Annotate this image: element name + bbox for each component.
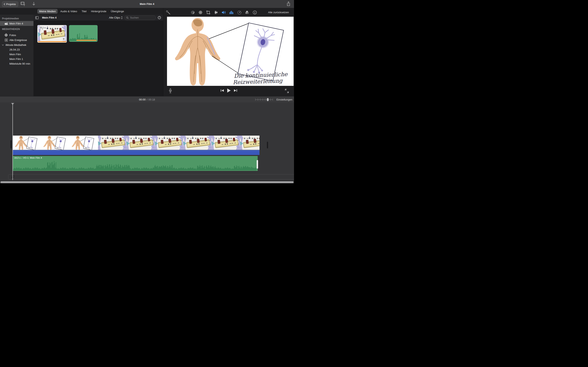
axon-frame-art: − ++ −− − + −− ++ ++: [98, 136, 126, 150]
preview-pane: Alle zurücksetzen: [163, 8, 294, 96]
timeline-zoom-slider[interactable]: [255, 98, 273, 101]
sidebar-item-label: Mein Film 4: [9, 22, 23, 25]
star-icon: [4, 39, 8, 42]
svg-text:+ −− ++ ++: + −− ++ ++: [158, 137, 175, 140]
chevron-down-icon[interactable]: [2, 44, 4, 46]
svg-text:+ −− ++ ++: + −− ++ ++: [102, 137, 119, 140]
svg-text:+ −− ++ ++: + −− ++ ++: [215, 137, 232, 140]
timeline-frame-axon: − ++ −− − + −− ++ ++: [155, 136, 183, 150]
clip-trim-handle-left[interactable]: [10, 140, 12, 149]
fullscreen-icon[interactable]: [285, 89, 289, 93]
tab-meine-medien[interactable]: Meine Medien: [37, 9, 58, 14]
imovie-window: Projekte ♪ Mein Film 4 Meine Medien Audi…: [0, 0, 294, 184]
sidebar-item-label: iMovie-Mediathek: [6, 43, 26, 47]
svg-text:+ −− ++ ++: + −− ++ ++: [130, 137, 147, 140]
total-time: 00:18: [148, 98, 155, 101]
play-button[interactable]: [227, 88, 231, 93]
magic-wand-icon[interactable]: [166, 10, 171, 15]
audio-trim-handle-right[interactable]: [257, 160, 258, 169]
timeline-frame-body: [13, 136, 41, 150]
timeline-video-clip[interactable]: − ++ −− − + −− ++ ++ − ++ −− − + −− ++ +…: [13, 136, 259, 150]
sidebar-item-alle-ereignisse[interactable]: Alle Ereignisse: [0, 38, 34, 42]
equalizer-icon[interactable]: [229, 10, 234, 15]
sidebar-item-mittelstufe-90-min[interactable]: Mittelstufe 90 min: [0, 61, 34, 66]
axon-frame-art: − ++ −− − + −− ++ ++: [183, 136, 212, 150]
sidebar-item-imovie-mediathek[interactable]: iMovie-Mediathek: [0, 42, 34, 47]
sidebar-header-mediatheken: MEDIATHEKEN: [0, 27, 34, 32]
clip-trim-handle-right[interactable]: [267, 142, 268, 149]
skip-forward-button[interactable]: [234, 89, 237, 92]
import-download-icon[interactable]: [32, 2, 35, 7]
timecode: 00:00 / 00:18: [0, 96, 294, 103]
clip-appearance-settings-icon[interactable]: [157, 16, 161, 20]
timeline-frame-axon: − ++ −− − + −− ++ ++: [212, 136, 240, 150]
timeline-frame-axon: − ++ −− − + −− ++ ++: [183, 136, 212, 150]
clip-filter-label: Alle Clips: [109, 16, 120, 19]
info-icon[interactable]: [252, 10, 257, 15]
background-music-well[interactable]: [8, 174, 294, 179]
tab-audio-video[interactable]: Audio & Video: [58, 9, 79, 14]
sidebar-item-26-04-23[interactable]: 26.04.23: [0, 47, 34, 52]
tab-uebergaenge[interactable]: Übergänge: [109, 9, 126, 14]
axon-frame-art: − ++ −− − + −− ++ ++: [126, 136, 155, 150]
sidebar-item-mein-film-1[interactable]: Mein Film 1: [0, 57, 34, 61]
timeline-settings-button[interactable]: Einstellungen: [277, 96, 292, 103]
sidebar-item-fotos[interactable]: Fotos: [0, 33, 34, 38]
voiceover-waveform: [13, 160, 258, 170]
color-palette-icon[interactable]: [198, 10, 203, 15]
speed-icon[interactable]: [237, 10, 242, 15]
crop-icon[interactable]: [206, 10, 210, 15]
svg-text:+ −− ++ ++: + −− ++ ++: [243, 137, 259, 140]
chevron-left-icon: [4, 3, 5, 5]
video-preview[interactable]: Die kontinuierliche Reizweiterleitung: [167, 17, 294, 86]
sidebar-item-label: Alle Ereignisse: [9, 39, 27, 42]
body-frame-art: [13, 136, 41, 150]
updown-chevrons-icon: [121, 16, 123, 19]
color-balance-icon[interactable]: [190, 10, 195, 15]
photos-flower-icon: [4, 33, 8, 37]
svg-text:♪: ♪: [24, 4, 25, 7]
stabilization-camera-icon[interactable]: [214, 10, 218, 15]
adjust-toolbar: Alle zurücksetzen: [163, 8, 294, 17]
audio-clip-thumbnail[interactable]: [69, 25, 98, 42]
clapperboard-icon: [4, 22, 8, 25]
window-title: Mein Film 4: [0, 0, 294, 8]
color-filters-icon[interactable]: [245, 10, 249, 15]
clip-range-bar: [38, 41, 66, 42]
search-input[interactable]: [130, 16, 154, 19]
add-clip-button[interactable]: +: [62, 37, 66, 41]
media-browser-toggle-icon[interactable]: ♪: [21, 2, 26, 7]
share-icon[interactable]: [287, 1, 290, 7]
volume-icon[interactable]: [222, 10, 226, 15]
timeline-horizontal-scrollbar[interactable]: [0, 181, 294, 184]
search-icon: [126, 17, 129, 19]
axon-frame-art: − ++ −− − + −− ++ ++: [212, 136, 240, 150]
reset-all-button[interactable]: Alle zurücksetzen: [268, 11, 289, 14]
tab-hintergruende[interactable]: Hintergründe: [89, 9, 108, 14]
timeline-frame-body: [41, 136, 70, 150]
svg-text:+ −− ++ ++: + −− ++ ++: [187, 137, 204, 140]
projects-back-button[interactable]: Projekte: [2, 1, 18, 7]
timeline-voiceover-clip[interactable]: 18,0 s – VO-1: Mein Film 4: [13, 156, 258, 171]
playhead-line[interactable]: [12, 103, 13, 180]
sidebar-item-mein-film-4[interactable]: Mein Film 4: [0, 21, 34, 26]
browser-header: Mein Film 4 Alle Clips: [34, 15, 163, 21]
timeline-frame-axon: − ++ −− − + −− ++ ++: [98, 136, 126, 150]
video-clip-thumbnail[interactable]: − ++ −− − + −− ++ ++ 18,1 s +: [37, 25, 67, 43]
axon-frame-art: − ++ −− − + −− ++ ++: [155, 136, 183, 150]
zoom-slider-thumb[interactable]: [267, 98, 269, 101]
playback-controls: [163, 86, 294, 96]
search-field[interactable]: [124, 16, 156, 20]
browser-title: Mein Film 4: [42, 16, 57, 19]
sidebar-item-mein-film[interactable]: Mein Film: [0, 52, 34, 57]
timeline-video-audio-bar[interactable]: [13, 150, 259, 155]
clip-filter-dropdown[interactable]: Alle Clips: [109, 16, 123, 19]
tab-titel[interactable]: Titel: [80, 9, 88, 14]
timeline-frame-body: [70, 136, 98, 150]
skip-back-button[interactable]: [221, 89, 224, 92]
scrollbar-thumb[interactable]: [0, 181, 294, 183]
preview-frame-art: Die kontinuierliche Reizweiterleitung: [167, 17, 294, 86]
timeline-frame-axon: − ++ −− − + −− ++ ++: [240, 136, 259, 150]
timeline[interactable]: − ++ −− − + −− ++ ++ − ++ −− − + −− ++ +…: [0, 102, 294, 184]
sidebar-toggle-icon[interactable]: [35, 16, 39, 19]
